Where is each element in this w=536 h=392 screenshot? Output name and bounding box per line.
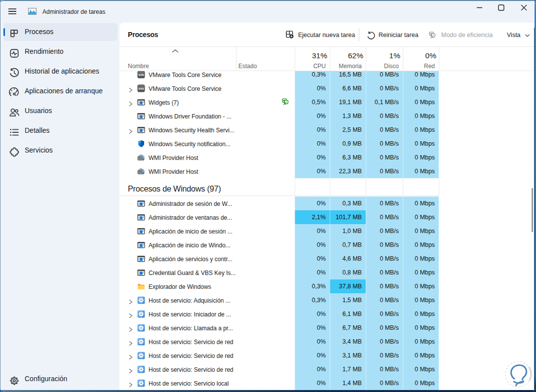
svg-text:vm: vm [138,86,144,91]
svg-text:vm: vm [138,73,144,77]
